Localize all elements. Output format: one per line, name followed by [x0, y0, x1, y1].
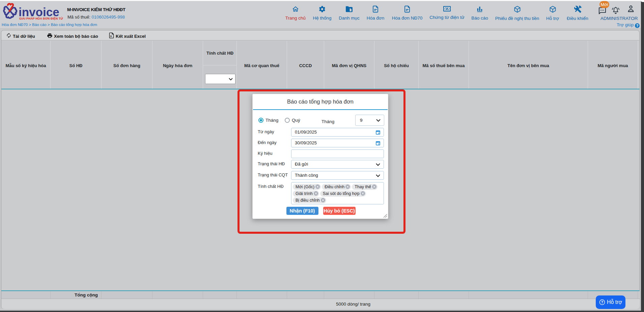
svg-text:x: x — [110, 35, 112, 38]
svg-text:?: ? — [601, 300, 603, 304]
svg-text:GIẢI PHÁP HÓA ĐƠN ĐIỆN TỬ: GIẢI PHÁP HÓA ĐƠN ĐIỆN TỬ — [19, 17, 63, 20]
